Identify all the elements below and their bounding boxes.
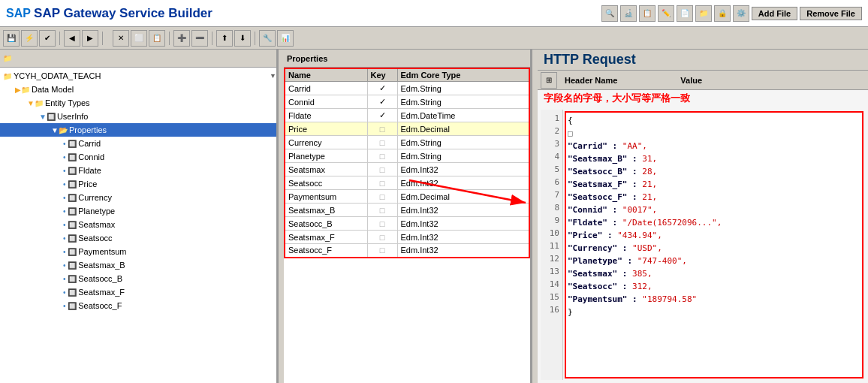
tree-item-properties[interactable]: ▼📂 Properties <box>0 123 276 137</box>
prop-icon8[interactable]: 🔧 <box>259 30 276 47</box>
prop-icon4[interactable]: ➕ <box>173 30 190 47</box>
prop-row-price[interactable]: Price□Edm.Decimal <box>285 122 529 136</box>
tree-scrollable[interactable]: 📁 YCYH_ODATA_TEACH ▼ ▶📁 Data Model ▼📁 En… <box>0 68 276 383</box>
prop-icon3[interactable]: 📋 <box>149 30 165 47</box>
line-num-13: 13 <box>541 264 562 277</box>
tree-item-connid[interactable]: • 🔲 Connid <box>0 150 276 164</box>
add-file-button[interactable]: Add File <box>752 7 797 20</box>
resize-handle-1[interactable] <box>278 50 284 383</box>
activate-btn[interactable]: ⚡ <box>21 30 38 47</box>
toolbar-sep1 <box>59 32 60 45</box>
prop-cell-key: ✓ <box>367 95 397 109</box>
prop-cell-edm: Edm.Int32 <box>397 163 529 176</box>
prop-table-header: Name Key Edm Core Type <box>285 68 529 82</box>
toolbar-icon4[interactable]: ✏️ <box>658 5 674 22</box>
toolbar-icon7[interactable]: 🔒 <box>714 5 731 22</box>
line-num-16: 16 <box>541 303 562 315</box>
field-icon-seatsocc-f: • 🔲 <box>63 302 77 310</box>
tree-item-carrid[interactable]: • 🔲 Carrid <box>0 137 276 150</box>
http-col-header-value: Value <box>620 76 702 85</box>
json-code-box[interactable]: {□"Carrid" : "AA","Seatsmax_B" : 31,"Sea… <box>565 111 863 378</box>
save-btn[interactable]: 💾 <box>3 30 20 47</box>
resize-handle-2[interactable] <box>532 50 538 383</box>
prop-row-connid[interactable]: Connid✓Edm.String <box>285 95 529 109</box>
folder-icon-dm: ▶📁 <box>15 86 30 94</box>
prop-icon6[interactable]: ⬆ <box>216 30 233 47</box>
line-num-1: 1 <box>541 111 562 124</box>
prop-icon7[interactable]: ⬇ <box>234 30 251 47</box>
tree-label-seatsocc: Seatsocc <box>78 234 112 243</box>
tree-item-seatsocc-f[interactable]: • 🔲 Seatsocc_F <box>0 299 276 312</box>
http-toolbar-btn1[interactable]: ⊞ <box>541 72 557 89</box>
middle-panel: Properties Name Key Edm Core Type Carrid… <box>284 50 532 383</box>
prop-row-currency[interactable]: Currency□Edm.String <box>285 136 529 149</box>
tree-item-currency[interactable]: • 🔲 Currency <box>0 191 276 204</box>
prop-row-fldate[interactable]: Fldate✓Edm.DateTime <box>285 109 529 122</box>
prop-row-planetype[interactable]: Planetype□Edm.String <box>285 149 529 163</box>
field-icon-carrid: • 🔲 <box>63 140 77 148</box>
prop-cell-name: Connid <box>285 95 367 109</box>
http-toolbar: ⊞ Header Name Value <box>538 71 868 90</box>
tree-item-seatsmax-f[interactable]: • 🔲 Seatsmax_F <box>0 285 276 299</box>
tree-item-seatsmax-b[interactable]: • 🔲 Seatsmax_B <box>0 258 276 272</box>
code-line-14: "Seatsocc" : 312, <box>568 280 860 293</box>
prop-close-btn[interactable]: ✕ <box>113 30 129 47</box>
tree-item-datamodel[interactable]: ▶📁 Data Model <box>0 83 276 96</box>
scroll-indicator: ▼ <box>270 72 276 80</box>
toolbar-icon5[interactable]: 📄 <box>677 5 693 22</box>
tree-item-seatsocc[interactable]: • 🔲 Seatsocc <box>0 231 276 245</box>
toolbar-icon1[interactable]: 🔍 <box>601 5 618 22</box>
prop-cell-key: ✓ <box>367 82 397 95</box>
tree-item-planetype[interactable]: • 🔲 Planetype <box>0 204 276 218</box>
back-btn[interactable]: ◀ <box>64 30 80 47</box>
prop-cell-edm: Edm.Int32 <box>397 217 529 231</box>
prop-cell-name: Seatsocc_B <box>285 217 367 231</box>
tree-label-currency: Currency <box>78 193 112 202</box>
tree-item-seatsmax[interactable]: • 🔲 Seatsmax <box>0 218 276 231</box>
prop-cell-key: □ <box>367 149 397 163</box>
tree-item-paymentsum[interactable]: • 🔲 Paymentsum <box>0 245 276 258</box>
remove-file-button[interactable]: Remove File <box>800 7 862 20</box>
prop-icon9[interactable]: 📊 <box>277 30 294 47</box>
prop-row-seatsocc[interactable]: Seatsocc□Edm.Int32 <box>285 176 529 190</box>
prop-cell-key: □ <box>367 204 397 217</box>
code-line-5: "Seatsocc_B" : 28, <box>568 165 860 178</box>
tree-content: 📁 YCYH_ODATA_TEACH ▼ ▶📁 Data Model ▼📁 En… <box>0 68 276 314</box>
prop-expand-btn[interactable]: ⬜ <box>131 30 147 47</box>
toolbar-icon3[interactable]: 📋 <box>639 5 656 22</box>
prop-cell-edm: Edm.Int32 <box>397 244 529 258</box>
code-line-4: "Seatsmax_B" : 31, <box>568 152 860 165</box>
tree-item-userinfo[interactable]: ▼🔲 UserInfo <box>0 110 276 123</box>
annotation-text: 字段名的字母，大小写等严格一致 <box>538 90 868 107</box>
tree-label-dm: Data Model <box>32 85 74 94</box>
prop-cell-edm: Edm.String <box>397 149 529 163</box>
properties-scrollable[interactable]: Name Key Edm Core Type Carrid✓Edm.String… <box>284 68 530 383</box>
main-toolbar: 💾 ⚡ ✔ ◀ ▶ ✕ ⬜ 📋 ➕ ➖ ⬆ ⬇ 🔧 📊 <box>0 27 868 50</box>
properties-icon: ▼📂 <box>51 126 68 134</box>
code-line-11: "Currency" : "USD", <box>568 242 860 255</box>
tree-item-fldate[interactable]: • 🔲 Fldate <box>0 164 276 177</box>
tree-item-ycyh[interactable]: 📁 YCYH_ODATA_TEACH ▼ <box>0 69 276 83</box>
toolbar-icon2[interactable]: 🔬 <box>620 5 637 22</box>
check-btn[interactable]: ✔ <box>39 30 56 47</box>
code-line-12: "Planetype" : "747-400", <box>568 255 860 267</box>
prop-row-seatsocc_f[interactable]: Seatsocc_F□Edm.Int32 <box>285 244 529 258</box>
prop-icon5[interactable]: ➖ <box>191 30 208 47</box>
tree-item-entity-types[interactable]: ▼📁 Entity Types <box>0 96 276 110</box>
prop-row-seatsmax[interactable]: Seatsmax□Edm.Int32 <box>285 163 529 176</box>
properties-panel-header: Properties <box>284 50 530 68</box>
tree-item-seatsocc-b[interactable]: • 🔲 Seatsocc_B <box>0 272 276 285</box>
prop-row-seatsmax_f[interactable]: Seatsmax_F□Edm.Int32 <box>285 231 529 244</box>
prop-row-paymentsum[interactable]: Paymentsum□Edm.Decimal <box>285 190 529 204</box>
prop-row-seatsocc_b[interactable]: Seatsocc_B□Edm.Int32 <box>285 217 529 231</box>
forward-btn[interactable]: ▶ <box>82 30 98 47</box>
tree-label-props: Properties <box>69 125 107 134</box>
toolbar-icon8[interactable]: ⚙️ <box>733 5 749 22</box>
tree-item-price[interactable]: • 🔲 Price <box>0 177 276 191</box>
prop-row-seatsmax_b[interactable]: Seatsmax_B□Edm.Int32 <box>285 204 529 217</box>
prop-cell-name: Seatsocc_F <box>285 244 367 258</box>
prop-row-carrid[interactable]: Carrid✓Edm.String <box>285 82 529 95</box>
prop-cell-name: Paymentsum <box>285 190 367 204</box>
field-icon-connid: • 🔲 <box>63 153 77 161</box>
toolbar-icon6[interactable]: 📁 <box>695 5 712 22</box>
